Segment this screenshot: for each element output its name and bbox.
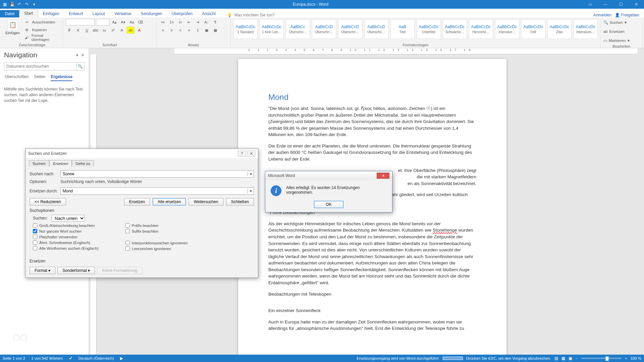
style-item[interactable]: AaBbCcDc1 Standard xyxy=(233,19,258,39)
find-button[interactable]: 🔍Suchen▾ xyxy=(603,19,627,26)
chk-prefix[interactable]: Präfix beachten xyxy=(125,223,187,228)
font-combo[interactable] xyxy=(66,19,95,25)
nav-dropdown-icon[interactable]: ▾ xyxy=(76,53,78,58)
format-button[interactable]: Format ▾ xyxy=(30,267,55,274)
tab-layout[interactable]: Layout xyxy=(88,10,110,17)
replace-all-button[interactable]: Alle ersetzen xyxy=(153,198,186,205)
nav-search[interactable]: 🔍 xyxy=(4,62,85,70)
maximize-icon[interactable]: ☐ xyxy=(613,0,629,9)
tab-file[interactable]: Datei xyxy=(0,10,19,17)
chevron-down-icon[interactable]: ▾ xyxy=(248,172,254,176)
chk-whole-word[interactable]: Nur ganzes Wort suchen xyxy=(33,229,99,233)
find-input[interactable] xyxy=(61,172,248,176)
tab-review[interactable]: Überprüfen xyxy=(167,10,198,17)
multilevel-icon[interactable]: i≡ xyxy=(177,19,184,25)
zoom-in-icon[interactable]: + xyxy=(625,356,627,360)
change-case-icon[interactable]: Aa xyxy=(128,19,136,25)
superscript-icon[interactable]: x² xyxy=(109,27,117,34)
replace-button[interactable]: abErsetzen xyxy=(603,28,625,35)
ok-button[interactable]: OK xyxy=(314,201,343,208)
redo-icon[interactable]: ↷ xyxy=(24,2,30,7)
tell-me[interactable]: 💡Was möchten Sie tun? xyxy=(227,13,274,17)
nav-tab-results[interactable]: Ergebnisse xyxy=(51,74,72,81)
view-web-icon[interactable]: ▣ xyxy=(569,356,572,361)
tab-mailings[interactable]: Sendungen xyxy=(136,10,167,17)
zoom-out-icon[interactable]: − xyxy=(576,356,578,360)
doc-link-stonehenge[interactable]: Stonehenge xyxy=(433,228,457,233)
numbering-icon[interactable]: 1≡ xyxy=(168,19,175,25)
find-next-button[interactable]: Weitersuchen xyxy=(189,198,223,205)
decrease-indent-icon[interactable]: ⇤ xyxy=(185,19,193,25)
style-item[interactable]: AaBbCcDcFett xyxy=(521,19,545,39)
grow-font-icon[interactable]: A▴ xyxy=(111,19,118,25)
undo-icon[interactable]: ↶ xyxy=(17,2,22,7)
style-item[interactable]: AaBbCcDc1 Kein Lee… xyxy=(260,19,284,39)
nav-close-icon[interactable]: ✕ xyxy=(81,53,85,58)
msgbox-titlebar[interactable]: Microsoft Word ✕ xyxy=(265,171,392,180)
chk-wildcards[interactable]: Platzhalter verwenden xyxy=(33,235,99,239)
close-window-icon[interactable]: ✕ xyxy=(629,0,644,9)
align-center-icon[interactable]: ≡ xyxy=(168,27,175,34)
size-combo[interactable] xyxy=(96,19,109,25)
clear-format-icon[interactable]: ⌫ xyxy=(137,19,144,25)
chk-sounds-like[interactable]: Ähnl. Schreibweise (Englisch) xyxy=(33,240,99,245)
copy-button[interactable]: ⧉Kopieren xyxy=(23,26,60,33)
chk-suffix[interactable]: Suffix beachten xyxy=(125,229,187,233)
nav-search-input[interactable] xyxy=(4,64,76,69)
text-effects-icon[interactable]: A xyxy=(118,27,125,34)
increase-indent-icon[interactable]: ⇥ xyxy=(194,19,202,25)
special-button[interactable]: Sonderformat ▾ xyxy=(57,267,95,274)
tab-view[interactable]: Ansicht xyxy=(197,10,220,17)
font-color-icon[interactable]: A xyxy=(136,27,143,34)
style-gallery[interactable]: AaBbCcDc1 StandardAaBbCcDc1 Kein Lee…AaB… xyxy=(233,19,598,40)
minimize-icon[interactable]: — xyxy=(598,0,613,9)
style-item[interactable]: AaBbCcDcIntensive… xyxy=(495,19,519,39)
replace-input[interactable] xyxy=(61,189,248,193)
select-button[interactable]: ▭Markieren▾ xyxy=(603,37,630,44)
nav-tab-pages[interactable]: Seiten xyxy=(34,74,45,81)
chevron-down-icon[interactable]: ▾ xyxy=(248,189,254,193)
chk-ignore-whitespace[interactable]: Leerzeichen ignorieren xyxy=(125,246,187,251)
status-language[interactable]: Deutsch (Österreich) xyxy=(78,356,114,360)
msgbox-close-icon[interactable]: ✕ xyxy=(377,173,389,179)
line-spacing-icon[interactable]: ‡ xyxy=(194,27,202,34)
highlight-icon[interactable]: ab xyxy=(127,27,134,34)
status-words[interactable]: 1 von 542 Wörtern xyxy=(31,356,63,360)
search-icon[interactable]: 🔍 xyxy=(76,63,84,70)
tab-design[interactable]: Entwurf xyxy=(64,10,88,17)
dialog-titlebar[interactable]: Suchen und Ersetzen ? ✕ xyxy=(25,149,258,158)
direction-select[interactable]: Nach unten xyxy=(52,215,85,222)
style-item[interactable]: AaBbCcDÜberschri… xyxy=(338,19,362,39)
format-painter-button[interactable]: 🖌Format übertragen xyxy=(23,34,60,41)
sort-icon[interactable]: A↓ xyxy=(203,19,210,25)
shrink-font-icon[interactable]: A▾ xyxy=(119,19,127,25)
style-item[interactable]: AaBbCcDÜberschri… xyxy=(312,19,336,39)
sign-in[interactable]: Anmelden xyxy=(593,13,611,17)
nav-tab-headings[interactable]: Überschriften xyxy=(5,74,29,81)
underline-icon[interactable]: U xyxy=(83,27,91,34)
justify-icon[interactable]: ≡ xyxy=(185,27,193,34)
replace-combo[interactable]: ▾ xyxy=(60,187,254,195)
chk-ignore-punct[interactable]: Interpunktionszeichen ignorieren xyxy=(125,241,187,245)
tab-find-dlg[interactable]: Suchen xyxy=(29,160,49,167)
bold-icon[interactable]: F xyxy=(66,27,73,34)
tab-insert[interactable]: Einfügen xyxy=(38,10,64,17)
help-icon[interactable]: ? xyxy=(238,150,246,157)
tab-replace-dlg[interactable]: Ersetzen xyxy=(49,160,72,167)
style-item[interactable]: AaBbCcDcIntensives… xyxy=(574,19,598,39)
tab-references[interactable]: Verweise xyxy=(110,10,136,17)
style-item[interactable]: AaBbCcDÜberschri… xyxy=(364,19,388,39)
zoom-level[interactable]: 100 % xyxy=(630,356,641,360)
close-button[interactable]: Schließen xyxy=(226,198,254,205)
shading-icon[interactable]: ▣ xyxy=(203,27,210,34)
style-item[interactable]: AaBbCcDcSchwache… xyxy=(443,19,467,39)
status-page[interactable]: Seite 1 von 2 xyxy=(3,356,25,360)
strike-icon[interactable]: abc xyxy=(92,27,99,34)
align-left-icon[interactable]: ≡ xyxy=(159,27,167,34)
align-right-icon[interactable]: ≡ xyxy=(177,27,184,34)
status-macro-icon[interactable]: ▶ xyxy=(120,356,123,361)
italic-icon[interactable]: K xyxy=(74,27,82,34)
cut-button[interactable]: ✂Ausschneiden xyxy=(23,19,60,25)
view-read-icon[interactable]: ▤ xyxy=(554,356,558,361)
style-item[interactable]: AaBbCcDcUntertitel xyxy=(417,19,441,39)
